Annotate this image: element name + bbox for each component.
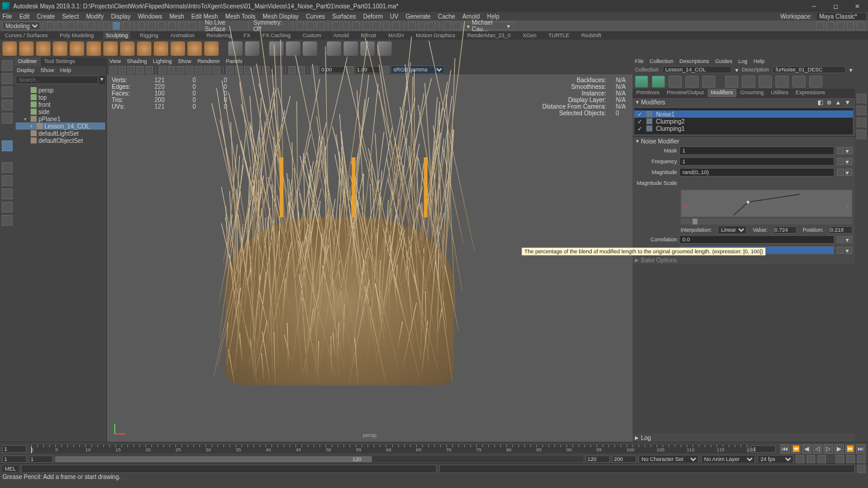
step-fwd-keyframe-icon[interactable]: ⏩ [845,444,855,454]
vp-menu-view[interactable]: View [109,58,121,64]
correlation-input[interactable] [679,235,834,244]
xgen-menu-descriptions[interactable]: Descriptions [679,58,709,64]
sculpt-brush-7-icon[interactable] [103,41,118,56]
snap-view-icon[interactable] [188,22,196,30]
sculpt-brush-4-icon[interactable] [53,41,67,56]
auto-key-icon[interactable] [796,455,804,463]
anim-layer-select[interactable]: No Anim Layer [701,455,755,463]
search-clear-icon[interactable]: ▾ [99,76,105,84]
xgen-tab-grooming[interactable]: Grooming [736,89,768,97]
shelf-tab-fx-caching[interactable]: FX Caching [260,32,293,39]
toggle-3-icon[interactable] [317,22,324,30]
sculpt-layer-2-icon[interactable] [344,41,358,56]
sculpt-freeze-icon[interactable] [228,41,243,56]
timeline-start-frame[interactable] [2,445,26,453]
freq-menu-icon[interactable]: ▾ [845,158,852,165]
user-account[interactable]: ● Michael Cau... ▾ [463,22,514,30]
sculpt-falloff-icon[interactable] [269,41,284,56]
goto-end-icon[interactable]: ⏭ [856,444,866,454]
ui-toggle-2-icon[interactable] [827,22,834,30]
vp-2d-pan-icon[interactable] [136,66,144,74]
corr-menu-icon[interactable]: ▾ [845,236,852,243]
toggle-1-icon[interactable] [297,22,305,30]
xgen-tab-utilities[interactable]: Utilities [768,89,792,97]
vp-grease-icon[interactable] [145,66,153,74]
undo-icon[interactable] [77,22,85,30]
ui-toggle-1-icon[interactable] [816,22,824,30]
shelf-tab-animation[interactable]: Animation [168,32,197,39]
menu-modify[interactable]: Modify [86,13,103,20]
xgen-menu-guides[interactable]: Guides [715,58,733,64]
description-input[interactable] [772,66,846,73]
mask-input[interactable] [679,146,834,155]
menu-arnold[interactable]: Arnold [463,13,480,20]
step-back-icon[interactable]: ◀ [802,444,812,454]
noise-modifier-header[interactable]: ▼Noise Modifier [633,137,855,145]
menu-edit-mesh[interactable]: Edit Mesh [191,13,217,20]
vp-menu-panels[interactable]: Panels [226,58,243,64]
character-set-select[interactable]: No Character Set [639,455,699,463]
shelf-tab-turtle[interactable]: TURTLE [546,32,572,39]
shelf-tab-fx[interactable]: FX [241,32,253,39]
rotate-tool[interactable] [2,100,13,110]
xgen-guide-5-icon[interactable] [792,76,806,88]
curve-value-input[interactable] [774,226,797,233]
vp-gamma-input[interactable] [355,66,380,73]
range-end-2[interactable] [586,456,610,463]
shelf-tab-sculpting[interactable]: Sculpting [103,32,130,39]
save-scene-icon[interactable] [67,22,74,30]
mag-slider-icon[interactable] [837,169,844,176]
viewport-canvas[interactable]: Verts:12100Edges:22000Faces:10000Tris:20… [107,74,633,442]
vp-film-gate-icon[interactable] [168,66,175,74]
modifier-mute-icon[interactable]: ⊗ [827,99,831,106]
vp-exposure-input[interactable] [320,66,345,73]
shelf-tab-rigging[interactable]: Rigging [138,32,161,39]
outliner-item-side[interactable]: side [16,108,105,115]
xgen-guide-6-icon[interactable] [809,76,822,88]
log-section[interactable]: ▶Log [633,433,855,442]
construction-6-icon[interactable] [383,22,390,30]
close-button[interactable]: ✕ [849,1,866,11]
sculpt-brush-10-icon[interactable] [154,41,168,56]
render-2-icon[interactable] [418,22,426,30]
menu-mesh-display[interactable]: Mesh Display [263,13,299,20]
outliner-item-pPlane1[interactable]: ▾pPlane1 [16,115,105,122]
shelf-tab-bifrost[interactable]: Bifrost [359,32,379,39]
xgen-guide-1-icon[interactable] [725,76,738,88]
vp-res-gate-icon[interactable] [177,66,184,74]
outliner-display-menu[interactable]: Display [17,67,35,73]
snap-point-icon[interactable] [158,22,166,30]
vp-gate-mask-icon[interactable] [186,66,193,74]
shelf-tab-motion-graphics[interactable]: Motion Graphics [413,32,458,39]
move-tool[interactable] [2,86,13,97]
magnitude-input[interactable] [679,168,834,176]
vp-safe-title-icon[interactable] [213,66,220,74]
layout-three[interactable] [2,215,13,226]
menu-select[interactable]: Select [62,13,79,20]
modifier-add-icon[interactable]: ◧ [818,99,823,106]
paint-tool-icon[interactable] [123,22,130,30]
range-start-2[interactable] [29,456,53,463]
panel-1-icon[interactable] [443,22,451,30]
new-scene-icon[interactable] [47,22,55,30]
corr-slider-icon[interactable] [837,236,844,243]
ui-toggle-3-icon[interactable] [837,22,845,30]
panel-2-icon[interactable] [454,22,461,30]
vp-isolate-icon[interactable] [275,66,283,74]
construction-7-icon[interactable] [392,22,400,30]
tool-settings-icon[interactable] [857,106,866,115]
range-tool-2-icon[interactable] [846,455,855,463]
menu-surfaces[interactable]: Surfaces [332,13,356,20]
vp-menu-renderer[interactable]: Renderer [197,58,220,64]
script-editor-icon[interactable] [857,465,866,473]
set-key-icon[interactable] [807,455,815,463]
xgen-tool-2-icon[interactable] [685,76,699,88]
last-tool[interactable] [2,140,13,151]
minimize-button[interactable]: ─ [806,1,822,11]
construction-3-icon[interactable] [352,22,360,30]
outliner-tab[interactable]: Outliner [14,58,41,66]
sculpt-brush-3-icon[interactable] [36,41,50,56]
menu-file[interactable]: File [2,13,12,20]
snap-grid-icon[interactable] [138,22,146,30]
shelf-tab-redshift[interactable]: Redshift [579,32,604,39]
